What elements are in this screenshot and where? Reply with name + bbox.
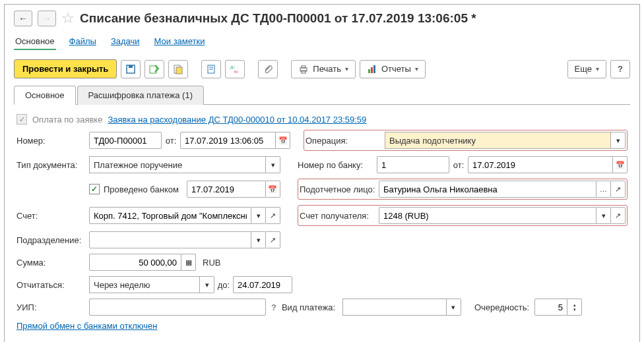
svg-rect-14 [371,67,373,73]
pay-by-request-checkbox: ✓ [16,114,27,125]
bank-no-label: Номер по банку: [298,160,377,170]
calendar-button[interactable]: 📅 [613,156,628,173]
svg-rect-1 [129,65,133,68]
person-select-button[interactable]: … [596,181,611,198]
report-label: Отчитаться: [16,280,89,290]
bank-done-checkbox[interactable]: ✓ [89,184,100,194]
uip-help-icon[interactable]: ? [271,302,276,312]
paytype-select[interactable] [342,299,447,316]
currency-label: RUB [203,258,220,268]
paytype-label: Вид платежа: [282,302,342,312]
account-label: Счет: [16,211,89,221]
chart-icon [367,64,377,74]
report-select[interactable]: Через неделю [89,276,200,293]
recipient-acc-open-button[interactable]: ↗ [611,207,626,224]
post-and-close-button[interactable]: Провести и закрыть [14,59,117,78]
reports-label: Отчеты [381,64,411,74]
nav-tasks[interactable]: Задачи [110,34,141,50]
priority-input[interactable] [539,302,563,312]
uip-input[interactable] [94,302,261,312]
account-input[interactable] [94,211,247,221]
tab-detail[interactable]: Расшифровка платежа (1) [77,86,204,105]
svg-text:Дт: Дт [230,65,235,69]
window-title: Списание безналичных ДС ТД00-П00001 от 1… [80,11,476,26]
account-dropdown[interactable]: ▾ [251,207,266,224]
save-button[interactable] [121,60,141,78]
person-open-button[interactable]: ↗ [611,181,626,198]
doc-button[interactable] [201,60,221,78]
favorite-star-icon[interactable]: ☆ [61,10,75,27]
recipient-acc-input[interactable] [383,211,592,221]
until-input[interactable] [238,280,288,290]
doctype-label: Тип документа: [16,160,89,170]
person-label: Подотчетное лицо: [300,185,379,194]
doctype-dropdown[interactable]: ▾ [266,156,280,173]
svg-text:Кт: Кт [234,70,238,74]
dropdown-icon: ▾ [415,65,418,72]
printer-icon [298,64,309,74]
recipient-acc-dropdown[interactable]: ▾ [596,207,611,224]
print-button[interactable]: Печать ▾ [291,60,356,78]
operation-label: Операция: [306,136,385,146]
from-label: от: [162,136,180,146]
exchange-link[interactable]: Прямой обмен с банками отключен [16,321,158,331]
pay-by-request-label: Оплата по заявке [32,115,102,125]
create-based-on-button[interactable] [168,60,188,78]
account-open-button[interactable]: ↗ [266,207,280,224]
request-link[interactable]: Заявка на расходование ДС ТД00-000010 от… [108,115,366,125]
post-button[interactable] [145,60,164,78]
recipient-acc-label: Счет получателя: [300,211,379,221]
bank-done-label: Проведено банком [104,185,179,194]
number-input[interactable] [94,136,157,146]
print-label: Печать [313,64,341,74]
dropdown-icon: ▾ [596,65,599,72]
doctype-select[interactable]: Платежное поручение [89,156,266,173]
tab-main[interactable]: Основное [14,86,76,105]
sum-label: Сумма: [16,258,89,268]
report-dropdown[interactable]: ▾ [200,276,214,293]
svg-rect-15 [373,65,375,73]
reports-button[interactable]: Отчеты ▾ [360,60,426,78]
svg-rect-11 [302,66,306,68]
bank-date-input[interactable] [472,160,608,170]
uip-label: УИП: [16,302,89,312]
until-label: до: [214,280,233,290]
nav-notes[interactable]: Мои заметки [153,34,207,50]
calendar-button[interactable]: 📅 [266,181,280,198]
priority-label: Очередность: [474,302,529,312]
operation-dropdown[interactable]: ▾ [611,132,626,149]
person-input[interactable] [383,185,592,194]
operation-select[interactable]: Выдача подотчетнику [385,132,611,149]
from-label2: от: [449,160,468,170]
dept-open-button[interactable]: ↗ [266,231,280,248]
back-button[interactable]: ← [14,11,32,26]
help-button[interactable]: ? [610,60,630,78]
dropdown-icon: ▾ [345,65,348,72]
dept-dropdown[interactable]: ▾ [251,231,266,248]
sum-input[interactable] [94,258,177,268]
nav-main[interactable]: Основное [14,34,56,50]
nav-files[interactable]: Файлы [68,34,98,50]
forward-button[interactable]: → [38,11,56,26]
bank-done-date-input[interactable] [191,185,261,194]
number-label: Номер: [16,136,89,146]
svg-rect-4 [176,67,182,74]
more-label: Еще [575,64,592,74]
date-input[interactable] [185,136,271,146]
dept-label: Подразделение: [16,235,89,245]
bank-no-input[interactable] [381,160,445,170]
more-button[interactable]: Еще ▾ [567,60,606,78]
svg-rect-13 [368,69,370,73]
calendar-button[interactable]: 📅 [276,132,290,149]
attach-button[interactable] [258,60,278,78]
dtkt-button[interactable]: ДтКт [225,60,245,78]
priority-spinner[interactable]: ▴▾ [567,299,582,316]
calculator-button[interactable]: ▦ [181,254,196,271]
paytype-dropdown[interactable]: ▾ [447,299,461,316]
dept-input[interactable] [94,235,247,245]
